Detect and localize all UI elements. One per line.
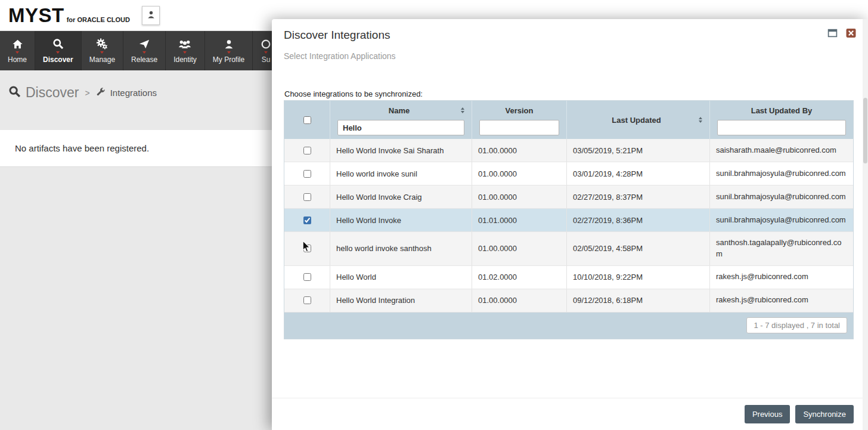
logo-subtext: for ORACLE CLOUD [67,16,130,23]
row-checkbox[interactable] [303,216,311,224]
name-column-header[interactable]: Name [337,106,461,115]
row-checkbox-cell [284,139,330,162]
logo-text: MYST [8,5,64,25]
table-row[interactable]: Hello World Invoke Craig 01.00.0000 02/2… [284,185,853,209]
cell-last-updated-by: santhosh.tagalapally@rubiconred.com [710,232,853,265]
cell-name: Hello World Integration [330,289,472,312]
discover-integrations-modal: Discover Integrations Select Integration… [272,19,868,430]
breadcrumb-separator: > [85,88,89,98]
scrollbar-thumb[interactable] [863,98,867,163]
table-row[interactable]: Hello World 01.02.0000 10/10/2018, 9:22P… [284,266,853,289]
cell-name: Hello world invoke sunil [330,162,472,185]
nav-item-manage[interactable]: Manage [82,31,123,70]
previous-button[interactable]: Previous [745,405,790,423]
table-row[interactable]: hello world invoke santhosh 01.00.0000 0… [284,232,853,266]
cell-last-updated: 02/27/2019, 8:36PM [567,209,710,231]
nav-item-label: Su [262,55,271,64]
vertical-scrollbar[interactable] [863,19,868,430]
search-icon [52,38,64,50]
cell-version: 01.00.0000 [472,139,567,162]
modal-title: Discover Integrations [284,29,390,42]
cell-name: Hello World Invoke [330,209,472,231]
dropdown-caret-icon [16,51,19,54]
row-checkbox-cell [284,266,330,289]
sort-icon[interactable] [461,107,464,113]
close-button[interactable] [845,27,856,38]
search-icon [8,85,21,100]
table-header: Name Version Last Updated [284,101,853,139]
integrations-table: Name Version Last Updated [284,100,854,339]
row-checkbox[interactable] [303,273,311,281]
nav-item-release[interactable]: Release [123,31,166,70]
row-checkbox[interactable] [303,245,311,252]
table-instruction: Choose integrations to be synchronized: [284,89,423,98]
last-updated-header-cell: Last Updated [567,101,710,139]
dropdown-caret-icon [100,51,104,54]
last-updated-by-header-cell: Last Updated By [710,101,853,139]
cell-last-updated: 09/12/2018, 6:18PM [567,289,710,312]
support-icon [261,38,271,50]
gears-icon [96,38,108,50]
nav-item-label: Home [8,55,27,64]
cell-version: 01.00.0000 [472,162,567,185]
cell-name: Hello World Invoke Craig [330,185,472,208]
cell-last-updated-by: saisharath.maale@rubiconred.com [710,139,853,162]
last-updated-column-header[interactable]: Last Updated [574,116,699,125]
row-checkbox[interactable] [303,296,311,304]
modal-window-controls [827,27,856,38]
last-updated-by-filter-input[interactable] [717,120,846,135]
table-row[interactable]: Hello World Invoke Sai Sharath 01.00.000… [284,139,853,162]
row-checkbox[interactable] [303,193,311,201]
users-icon [178,38,192,50]
table-body: Hello World Invoke Sai Sharath 01.00.000… [284,139,853,313]
nav-item-discover[interactable]: Discover [35,31,82,70]
synchronize-button[interactable]: Synchronize [795,405,854,423]
row-checkbox-cell [284,289,330,312]
cell-name: Hello World [330,266,472,289]
cell-version: 01.00.0000 [472,232,567,265]
version-header-cell: Version [472,101,567,139]
table-row[interactable]: Hello world invoke sunil 01.00.0000 03/0… [284,162,853,185]
nav-item-label: Discover [43,55,73,64]
cell-last-updated-by: sunil.brahmajosyula@rubiconred.com [710,209,853,231]
row-checkbox-cell [284,162,330,185]
cell-version: 01.00.0000 [472,185,567,208]
row-checkbox-cell [284,232,330,265]
empty-state-message: No artifacts have been registered. [15,143,149,153]
cell-last-updated: 02/05/2019, 4:58PM [567,232,710,265]
breadcrumb-current: Integrations [110,88,157,98]
dropdown-caret-icon [227,51,231,54]
name-header-cell: Name [330,101,472,139]
nav-item-home[interactable]: Home [0,31,35,70]
home-icon [12,38,23,50]
row-checkbox[interactable] [303,170,311,178]
user-account-button[interactable] [142,6,160,25]
dropdown-caret-icon [183,51,187,54]
version-filter-input[interactable] [479,120,559,135]
table-row[interactable]: Hello World Invoke 01.01.0000 02/27/2019… [284,209,853,232]
dropdown-caret-icon [142,51,146,54]
breadcrumb: Discover > Integrations [8,85,157,101]
select-all-checkbox[interactable] [303,116,311,124]
dropdown-caret-icon [264,51,268,54]
cell-last-updated: 02/27/2019, 8:37PM [567,185,710,208]
row-checkbox[interactable] [303,147,311,154]
maximize-button[interactable] [827,27,838,38]
paper-plane-icon [139,38,150,50]
breadcrumb-root[interactable]: Discover [26,85,79,101]
table-footer: 1 - 7 displayed , 7 in total [284,313,853,339]
cell-last-updated-by: rakesh.js@rubiconred.com [710,266,853,289]
nav-item-my-profile[interactable]: My Profile [205,31,253,70]
sort-icon[interactable] [699,117,702,123]
cell-name: Hello World Invoke Sai Sharath [330,139,472,162]
name-filter-input[interactable] [337,120,464,135]
cell-last-updated-by: sunil.brahmajosyula@rubiconred.com [710,185,853,208]
cell-version: 01.01.0000 [472,209,567,231]
user-icon [147,10,156,21]
dropdown-caret-icon [56,51,60,54]
table-row[interactable]: Hello World Integration 01.00.0000 09/12… [284,289,853,313]
cell-last-updated-by: rakesh.js@rubiconred.com [710,289,853,312]
nav-item-identity[interactable]: Identity [166,31,205,70]
app-logo: MYST for ORACLE CLOUD [8,5,130,25]
select-all-header-cell [284,101,330,139]
